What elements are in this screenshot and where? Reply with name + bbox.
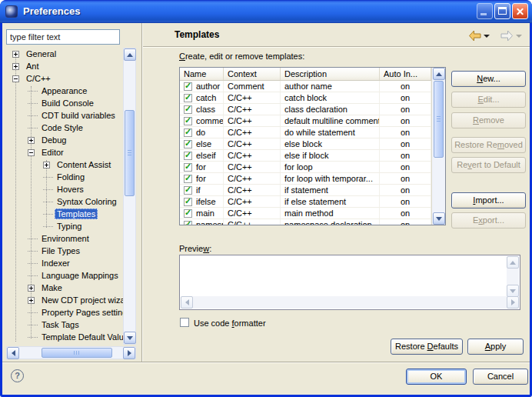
column-header-name[interactable]: Name: [180, 68, 224, 80]
row-checkbox[interactable]: [184, 221, 192, 226]
minus-box-icon[interactable]: [28, 149, 35, 156]
table-row[interactable]: ifC/C++if statementon: [180, 185, 445, 196]
table-row[interactable]: authorCommentauthor nameon: [180, 81, 445, 92]
arrow-up-icon: [436, 72, 442, 76]
tree-item-build-console[interactable]: Build Console: [6, 97, 123, 109]
maximize-button[interactable]: [494, 3, 510, 19]
table-row[interactable]: forC/C++for loop with temporar...on: [180, 173, 445, 185]
tree-item-templates[interactable]: Templates: [6, 208, 123, 220]
plus-box-icon[interactable]: [12, 51, 19, 58]
column-header-auto-insert[interactable]: Auto In...: [380, 68, 431, 80]
scroll-up-button[interactable]: [124, 48, 136, 61]
table-row[interactable]: namespaceC/C++namespace declarationon: [180, 219, 445, 225]
scrollbar-thumb[interactable]: [434, 81, 444, 158]
tree-item-environment[interactable]: Environment: [6, 232, 123, 245]
import-button[interactable]: Import...: [451, 192, 526, 209]
tree-item-task-tags[interactable]: Task Tags: [6, 319, 123, 331]
new-button[interactable]: New...: [451, 71, 526, 87]
tree-item-general[interactable]: General: [6, 48, 123, 60]
plus-box-icon[interactable]: [12, 63, 19, 70]
tree-item-c-cpp[interactable]: C/C++: [6, 72, 123, 85]
maximize-icon: [498, 7, 507, 15]
table-row[interactable]: ifelseC/C++if else statementon: [180, 196, 445, 208]
forward-arrow-icon: [500, 30, 514, 42]
ok-button[interactable]: OK: [406, 369, 467, 385]
table-vertical-scrollbar[interactable]: [431, 68, 445, 225]
scroll-down-button[interactable]: [433, 212, 445, 225]
table-row[interactable]: forC/C++for loopon: [180, 162, 445, 173]
tree-item-debug[interactable]: Debug: [6, 134, 123, 146]
arrow-left-icon: [185, 299, 189, 305]
use-code-formatter-checkbox[interactable]: [180, 318, 189, 327]
tree-item-syntax-coloring[interactable]: Syntax Coloring: [6, 195, 123, 208]
row-checkbox[interactable]: [184, 140, 192, 148]
tree-item-content-assist[interactable]: Content Assist: [6, 158, 123, 171]
page-title: Templates: [175, 29, 219, 40]
tree-vertical-scrollbar[interactable]: [123, 48, 136, 345]
scroll-up-button: [507, 256, 519, 269]
scroll-left-button[interactable]: [7, 347, 19, 359]
restore-defaults-button[interactable]: Restore Defaults: [391, 339, 463, 355]
tree-item-file-types[interactable]: File Types: [6, 245, 123, 257]
row-checkbox[interactable]: [184, 105, 192, 114]
tree-item-make[interactable]: Make: [6, 282, 123, 294]
tree-item-language-mappings[interactable]: Language Mappings: [6, 269, 123, 282]
row-checkbox[interactable]: [184, 94, 192, 102]
preview-textarea[interactable]: [179, 255, 520, 310]
app-icon[interactable]: [5, 5, 18, 18]
tree-item-template-default-values[interactable]: Template Default Values: [6, 331, 123, 343]
table-row[interactable]: elseC/C++else blockon: [180, 138, 445, 150]
arrow-up-icon: [510, 261, 516, 265]
tree-item-folding[interactable]: Folding: [6, 171, 123, 183]
tree-item-ant[interactable]: Ant: [6, 60, 123, 72]
tree-item-hovers[interactable]: Hovers: [6, 183, 123, 195]
tree-item-cdt-build-variables[interactable]: CDT build variables: [6, 109, 123, 122]
tree-item-indexer[interactable]: Indexer: [6, 257, 123, 269]
row-checkbox[interactable]: [184, 117, 192, 125]
tree-item-editor[interactable]: Editor: [6, 146, 123, 158]
titlebar[interactable]: Preferences: [0, 0, 532, 23]
table-row[interactable]: catchC/C++catch blockon: [180, 92, 445, 104]
row-checkbox[interactable]: [184, 163, 192, 172]
plus-box-icon[interactable]: [43, 162, 50, 168]
table-row[interactable]: commentC/C++default multiline commenton: [180, 115, 445, 127]
cancel-button[interactable]: Cancel: [473, 369, 528, 385]
row-checkbox[interactable]: [184, 198, 192, 206]
minimize-button[interactable]: [477, 3, 493, 19]
table-row[interactable]: doC/C++do while statementon: [180, 127, 445, 138]
scroll-down-button[interactable]: [124, 332, 136, 344]
tree-item-appearance[interactable]: Appearance: [6, 85, 123, 97]
preferences-tree: General Ant C/C++ Appearance Build Conso…: [6, 48, 123, 345]
minus-box-icon[interactable]: [12, 75, 19, 82]
table-row[interactable]: classC/C++class declarationon: [180, 104, 445, 115]
table-row[interactable]: mainC/C++main methodon: [180, 208, 445, 219]
row-checkbox[interactable]: [184, 128, 192, 137]
scrollbar-thumb[interactable]: [125, 110, 135, 196]
column-header-description[interactable]: Description: [281, 68, 380, 80]
plus-box-icon[interactable]: [28, 297, 35, 304]
row-checkbox[interactable]: [184, 209, 192, 218]
filter-input[interactable]: [6, 29, 120, 45]
apply-button[interactable]: Apply: [467, 339, 524, 355]
back-button[interactable]: [468, 30, 490, 42]
scroll-up-button[interactable]: [433, 68, 445, 80]
plus-box-icon[interactable]: [28, 285, 35, 292]
row-checkbox[interactable]: [184, 152, 192, 160]
plus-box-icon[interactable]: [28, 137, 35, 144]
restore-removed-button: Restore Removed: [451, 137, 526, 153]
close-button[interactable]: [512, 3, 528, 19]
row-checkbox[interactable]: [184, 186, 192, 195]
tree-item-property-pages-settings[interactable]: Property Pages settings: [6, 306, 123, 319]
table-row[interactable]: elseifC/C++else if blockon: [180, 150, 445, 162]
column-header-context[interactable]: Context: [224, 68, 281, 80]
tree-item-code-style[interactable]: Code Style: [6, 122, 123, 134]
forward-button: [500, 30, 522, 42]
help-button[interactable]: [11, 369, 24, 382]
tree-horizontal-scrollbar[interactable]: [6, 346, 136, 359]
row-checkbox[interactable]: [184, 175, 192, 183]
row-checkbox[interactable]: [184, 82, 192, 91]
tree-item-new-cdt-project-wizard[interactable]: New CDT project wizard: [6, 294, 123, 306]
scrollbar-thumb[interactable]: [42, 348, 112, 358]
tree-item-typing[interactable]: Typing: [6, 220, 123, 232]
scroll-right-button[interactable]: [123, 347, 135, 359]
